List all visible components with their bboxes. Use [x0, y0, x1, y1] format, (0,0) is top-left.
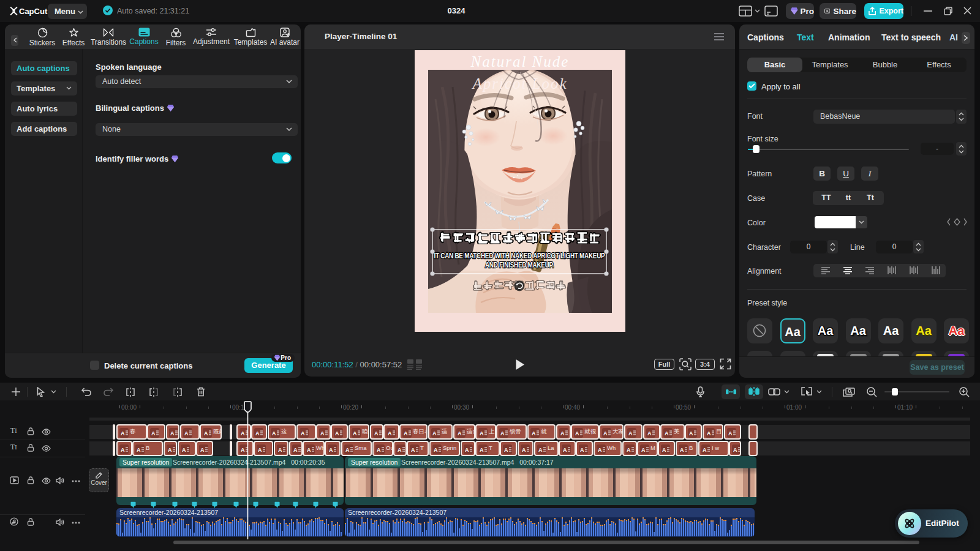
svg-text:A: A [728, 430, 733, 436]
svg-text:A: A [411, 446, 415, 452]
svg-text:A: A [182, 446, 186, 452]
svg-text:A: A [703, 446, 707, 452]
svg-text:A: A [301, 430, 305, 436]
svg-text:A: A [598, 446, 602, 452]
svg-text:A: A [522, 446, 526, 452]
svg-text:A: A [374, 430, 379, 436]
svg-text:A: A [538, 446, 543, 452]
svg-text:A: A [627, 446, 631, 452]
svg-text:A: A [707, 430, 711, 436]
svg-text:A: A [504, 446, 508, 452]
svg-text:A: A [458, 430, 462, 436]
svg-text:A: A [560, 430, 565, 436]
svg-text:AND FINISHED MAKEUP.: AND FINISHED MAKEUP. [485, 260, 554, 269]
svg-text:A: A [500, 430, 505, 436]
svg-text:A: A [335, 430, 339, 436]
svg-text:A: A [255, 430, 260, 436]
svg-text:A: A [184, 430, 189, 436]
svg-text:A: A [434, 446, 438, 452]
svg-text:IT CAN BE MATCHED WITH NAKED A: IT CAN BE MATCHED WITH NAKED APRICOT LIG… [434, 250, 605, 260]
svg-text:A: A [480, 430, 484, 436]
svg-text:A: A [432, 430, 437, 436]
svg-text:A: A [665, 430, 669, 436]
svg-text:A: A [480, 446, 484, 452]
svg-text:A: A [204, 430, 208, 436]
svg-text:A: A [258, 446, 262, 452]
svg-text:Natural Nude: Natural Nude [470, 53, 570, 70]
svg-text:A: A [404, 430, 408, 436]
svg-text:A: A [628, 430, 633, 436]
svg-text:A: A [662, 446, 666, 452]
svg-text:A: A [575, 430, 579, 436]
svg-text:A: A [137, 446, 141, 452]
svg-text:A: A [345, 446, 350, 452]
svg-text:Apricot Look: Apricot Look [471, 75, 567, 92]
svg-text:A: A [329, 446, 333, 452]
svg-text:A: A [121, 430, 125, 436]
svg-text:A: A [733, 446, 737, 452]
svg-text:A: A [465, 446, 469, 452]
svg-text:A: A [272, 430, 276, 436]
svg-text:A: A [121, 446, 125, 452]
svg-text:A: A [278, 446, 282, 452]
svg-text:A: A [151, 430, 156, 436]
svg-text:A: A [532, 430, 536, 436]
svg-text:A: A [200, 446, 205, 452]
svg-text:A: A [293, 446, 298, 452]
svg-text:A: A [353, 430, 357, 436]
svg-text:A: A [168, 446, 172, 452]
svg-text:A: A [388, 430, 392, 436]
svg-text:A: A [680, 446, 684, 452]
svg-text:A: A [377, 446, 381, 452]
svg-text:A: A [689, 430, 693, 436]
svg-text:A: A [563, 446, 567, 452]
svg-text:A: A [320, 430, 325, 436]
svg-text:A: A [641, 446, 646, 452]
svg-text:A: A [603, 430, 608, 436]
svg-text:A: A [580, 446, 584, 452]
svg-text:A: A [307, 446, 311, 452]
svg-text:A: A [398, 446, 402, 452]
svg-text:A: A [647, 430, 652, 436]
svg-text:A: A [170, 430, 175, 436]
